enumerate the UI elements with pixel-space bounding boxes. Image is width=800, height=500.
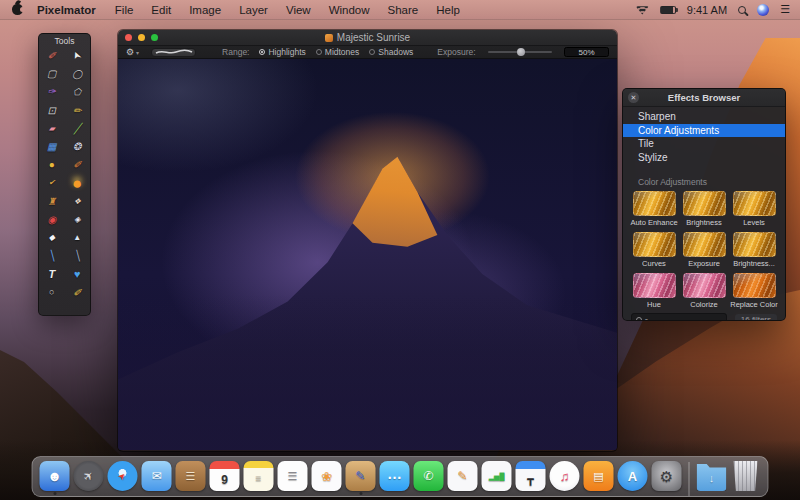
ellipse-select-tool[interactable]: ◯ — [65, 65, 91, 83]
blur-tool[interactable]: ◆ — [39, 229, 65, 247]
trash-icon[interactable] — [730, 461, 762, 495]
paint-pen-tool[interactable]: ✑ — [39, 83, 65, 101]
menu-item[interactable]: Layer — [239, 4, 268, 16]
close-icon[interactable]: ✕ — [628, 92, 639, 103]
pixelmator-icon[interactable]: ✎ — [345, 461, 377, 495]
clone-stamp-tool[interactable]: ♜ — [39, 193, 65, 211]
category-color-adjustments[interactable]: Color Adjustments — [623, 124, 785, 138]
brush-stroke-preview — [154, 48, 194, 56]
reminders-icon[interactable]: ☰ — [277, 461, 309, 495]
calendar-icon[interactable]: 9 — [209, 461, 241, 495]
ibooks-icon[interactable]: ▤ — [583, 461, 615, 495]
lasso-tool[interactable]: ⬠ — [65, 83, 91, 101]
zoom-window-button[interactable] — [151, 34, 158, 41]
spotlight-search-icon[interactable] — [738, 6, 746, 14]
appstore-icon[interactable]: A — [617, 461, 649, 495]
pencil-tool[interactable]: ✏ — [65, 102, 91, 120]
safari-icon[interactable]: ➤ — [107, 461, 139, 495]
keynote-icon[interactable]: ┳ — [515, 461, 547, 495]
heal-tool[interactable]: ❖ — [65, 193, 91, 211]
filter-hue[interactable]: Hue — [629, 273, 679, 309]
filter-label: Brightness... — [733, 259, 775, 268]
app-menu[interactable]: Pixelmator — [37, 4, 96, 16]
contacts-icon[interactable]: ☰ — [175, 461, 207, 495]
line-tool[interactable]: ╱ — [65, 120, 91, 138]
dock-app-glyph: ⚙ — [660, 469, 673, 484]
zoom-tool[interactable]: ○ — [39, 283, 65, 301]
shape-tool[interactable]: ▦ — [39, 138, 65, 156]
category-tile[interactable]: Tile — [623, 137, 785, 151]
crop-tool[interactable]: ⊡ — [39, 102, 65, 120]
notification-center-icon[interactable]: ☰ — [780, 4, 790, 15]
downloads-folder-icon[interactable]: ↓ — [696, 461, 728, 495]
menu-item[interactable]: Edit — [151, 4, 171, 16]
window-titlebar[interactable]: Majestic Sunrise — [118, 30, 617, 45]
dodge-tool[interactable]: ╲ — [39, 247, 65, 265]
apple-menu-icon[interactable] — [12, 4, 23, 15]
menu-item[interactable]: Help — [436, 4, 460, 16]
filter-curves[interactable]: Curves — [629, 232, 679, 268]
filter-exposure[interactable]: Exposure — [679, 232, 729, 268]
rect-select-tool[interactable]: ▢ — [39, 65, 65, 83]
exposure-slider-knob[interactable] — [517, 48, 525, 56]
filter-brightness-truncated[interactable]: Brightness... — [729, 232, 779, 268]
eraser-tool[interactable]: ▰ — [39, 120, 65, 138]
dock-app-glyph: ✎ — [355, 470, 365, 482]
image-canvas[interactable] — [118, 59, 617, 450]
menu-item[interactable]: File — [115, 4, 134, 16]
sysprefs-icon[interactable]: ⚙ — [651, 461, 683, 495]
tool-options-button[interactable]: ⚙▾ — [126, 47, 139, 57]
messages-icon[interactable]: … — [379, 461, 411, 495]
siri-icon[interactable] — [757, 4, 769, 16]
filter-replace-color[interactable]: Replace Color — [729, 273, 779, 309]
pages-icon[interactable]: ✎ — [447, 461, 479, 495]
paint-drop-tool[interactable]: ● — [65, 174, 91, 192]
menu-item[interactable]: Share — [388, 4, 419, 16]
arrange-tool[interactable]: ✐ — [39, 47, 65, 65]
smudge-tool[interactable]: ✔ — [39, 174, 65, 192]
move-arrow-tool[interactable]: ➤ — [65, 47, 91, 65]
exposure-value-field[interactable]: 50% — [564, 47, 609, 57]
sharpen-crystal-tool[interactable]: ◈ — [65, 211, 91, 229]
filter-brightness[interactable]: Brightness — [679, 191, 729, 227]
menu-clock[interactable]: 9:41 AM — [687, 4, 727, 16]
menu-item[interactable]: View — [286, 4, 311, 16]
range-highlights[interactable]: Highlights — [259, 47, 305, 57]
custom-shape-tool[interactable]: ♥ — [65, 265, 91, 283]
notes-icon[interactable]: ≡ — [243, 461, 275, 495]
type-tool[interactable]: T — [39, 265, 65, 283]
burn-tool[interactable]: ╲ — [65, 247, 91, 265]
finder-icon[interactable]: ☻ — [39, 461, 71, 495]
brush-preview[interactable] — [151, 48, 196, 57]
category-sharpen[interactable]: Sharpen — [623, 110, 785, 124]
red-eye-tool[interactable]: ◉ — [39, 211, 65, 229]
tool-icon: ⊡ — [48, 106, 56, 116]
menu-item[interactable]: Image — [189, 4, 221, 16]
slice-tool[interactable]: ✐ — [65, 283, 91, 301]
filter-levels[interactable]: Levels — [729, 191, 779, 227]
range-shadows[interactable]: Shadows — [369, 47, 413, 57]
effects-search-field[interactable]: ▾ — [631, 313, 727, 321]
filter-colorize[interactable]: Colorize — [679, 273, 729, 309]
range-midtones[interactable]: Midtones — [316, 47, 360, 57]
filter-label: Curves — [642, 259, 666, 268]
category-stylize[interactable]: Stylize — [623, 151, 785, 165]
close-window-button[interactable] — [125, 34, 132, 41]
minimize-window-button[interactable] — [138, 34, 145, 41]
sharpen-tool[interactable]: ▲ — [65, 229, 91, 247]
tool-icon: ▦ — [47, 142, 56, 152]
menu-item[interactable]: Window — [329, 4, 370, 16]
itunes-icon[interactable]: ♫ — [549, 461, 581, 495]
exposure-slider[interactable] — [488, 51, 552, 54]
photos-icon[interactable]: ❀ — [311, 461, 343, 495]
numbers-icon[interactable]: ▂▅█ — [481, 461, 513, 495]
brush-tool[interactable]: ✐ — [65, 156, 91, 174]
gradient-tool[interactable]: ❂ — [65, 138, 91, 156]
effects-browser-header[interactable]: ✕ Effects Browser — [623, 89, 785, 107]
filter-auto-enhance[interactable]: Auto Enhance — [629, 191, 679, 227]
fill-tool[interactable]: ● — [39, 156, 65, 174]
launchpad-icon[interactable]: ✈ — [73, 461, 105, 495]
mail-icon[interactable]: ✉ — [141, 461, 173, 495]
facetime-icon[interactable]: ✆ — [413, 461, 445, 495]
wifi-icon[interactable] — [636, 5, 649, 15]
